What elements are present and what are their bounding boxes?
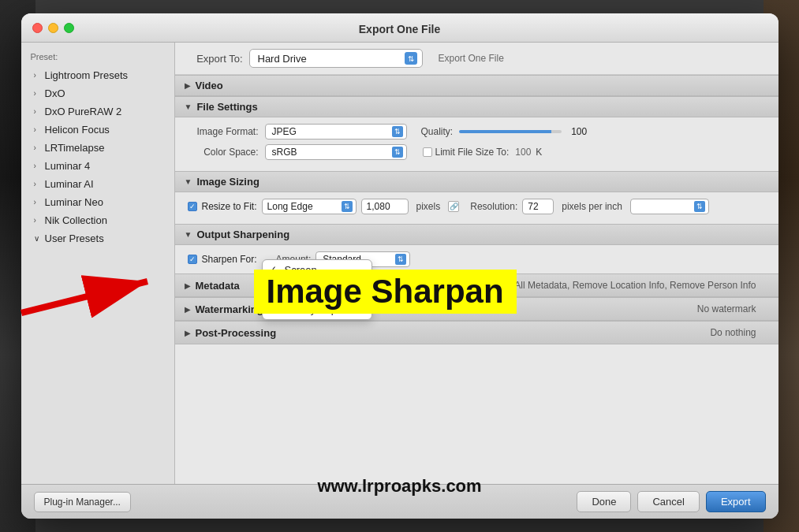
post-processing-header[interactable]: ▶ Post-Processing Do nothing — [175, 321, 778, 344]
limit-value: 100 — [515, 147, 531, 158]
maximize-button[interactable] — [64, 23, 74, 33]
chevron-right-icon: › — [34, 216, 42, 225]
ppi-label: pixels per inch — [562, 201, 622, 212]
metadata-info: All Metadata, Remove Location Info, Remo… — [502, 278, 768, 292]
image-sizing-title: Image Sizing — [196, 176, 259, 188]
post-processing-title: Post-Processing — [196, 327, 277, 339]
limit-file-size-checkbox[interactable]: Limit File Size To: 100 K — [423, 147, 543, 158]
export-one-file-label: Export One File — [439, 53, 504, 64]
sidebar-item-nik-collection[interactable]: › Nik Collection — [21, 211, 174, 229]
resize-row: ✓ Resize to Fit: Long Edge ⇅ 1,080 pixel… — [188, 199, 766, 214]
sidebar-item-label: Nik Collection — [45, 214, 107, 226]
color-space-value: sRGB — [272, 147, 297, 158]
footer-buttons: Done Cancel Export — [577, 491, 765, 512]
image-format-label: Image Format: — [188, 126, 259, 137]
sidebar-item-luminar4[interactable]: › Luminar 4 — [21, 157, 174, 175]
sidebar-item-lrtimelapse[interactable]: › LRTimelapse — [21, 139, 174, 157]
pixels-label: pixels — [416, 201, 441, 212]
title-bar: Export One File — [21, 13, 778, 43]
sidebar-item-luminarai[interactable]: › Luminar AI — [21, 175, 174, 193]
resize-value: Long Edge — [267, 201, 313, 212]
window-controls — [32, 23, 74, 33]
image-sizing-content: ✓ Resize to Fit: Long Edge ⇅ 1,080 pixel… — [175, 192, 778, 224]
output-sharpening-title: Output Sharpening — [196, 229, 289, 240]
sidebar-item-label: Luminar 4 — [45, 160, 91, 172]
resolution-value: 72 — [528, 201, 538, 212]
sidebar-item-helicon[interactable]: › Helicon Focus — [21, 121, 174, 139]
sharpen-label: Sharpen For: — [202, 254, 257, 265]
chevron-down-icon: ∨ — [34, 234, 42, 243]
quality-slider[interactable] — [459, 130, 562, 133]
chevron-right-icon: › — [34, 107, 42, 116]
main-panel: Export To: Hard Drive ⇅ Export One File … — [175, 43, 778, 484]
image-sizing-header[interactable]: ▼ Image Sizing — [175, 171, 778, 192]
post-processing-info: Do nothing — [697, 326, 768, 340]
export-to-select[interactable]: Hard Drive ⇅ — [249, 49, 423, 68]
ppi-select[interactable]: ⇅ — [630, 199, 709, 214]
image-sizing-arrow-icon: ▼ — [185, 177, 192, 186]
chevron-right-icon: › — [34, 198, 42, 206]
sharpen-row: ✓ Sharpen For: Screen Matte Paper Glossy… — [188, 251, 766, 267]
image-format-row: Image Format: JPEG ⇅ Quality: 100 — [188, 124, 766, 140]
width-value: 1,080 — [367, 201, 390, 212]
file-settings-content: Image Format: JPEG ⇅ Quality: 100 Color … — [175, 117, 778, 171]
plugin-manager-button[interactable]: Plug-in Manager... — [34, 492, 131, 512]
video-section-header[interactable]: ▶ Video — [175, 75, 778, 96]
sidebar-item-label: Luminar Neo — [45, 196, 103, 208]
limit-label: Limit File Size To: — [435, 147, 510, 158]
resize-arrow-icon: ⇅ — [342, 201, 353, 212]
sidebar-item-user-presets[interactable]: ∨ User Presets — [21, 229, 174, 247]
resize-label: Resize to Fit: — [202, 201, 257, 212]
sharpan-overlay: Image Sharpan — [254, 270, 517, 314]
dialog-body: Preset: › Lightroom Presets › DxO › DxO … — [21, 43, 778, 484]
sidebar-item-dxo[interactable]: › DxO — [21, 84, 174, 102]
image-format-value: JPEG — [272, 126, 297, 137]
output-sharpening-header[interactable]: ▼ Output Sharpening — [175, 224, 778, 245]
watermarking-info: No watermark — [685, 302, 769, 316]
sidebar-item-label: LRTimelapse — [45, 142, 105, 154]
quality-value: 100 — [571, 126, 591, 137]
resolution-field[interactable]: 72 — [522, 199, 554, 214]
video-section-title: Video — [196, 80, 223, 91]
export-button[interactable]: Export — [706, 491, 766, 512]
amount-arrow-icon: ⇅ — [395, 254, 406, 265]
done-button[interactable]: Done — [577, 491, 631, 512]
sidebar-item-label: Lightroom Presets — [45, 69, 129, 81]
export-dialog: Export One File Preset: › Lightroom Pres… — [21, 13, 778, 519]
color-space-select[interactable]: sRGB ⇅ — [265, 144, 407, 160]
chevron-right-icon: › — [34, 162, 42, 170]
image-format-select[interactable]: JPEG ⇅ — [265, 124, 407, 140]
export-select-value: Hard Drive — [258, 53, 307, 65]
chevron-right-icon: › — [34, 89, 42, 98]
post-processing-arrow-icon: ▶ — [185, 329, 191, 337]
export-to-label: Export To: — [188, 53, 243, 65]
slider-track — [459, 130, 562, 133]
minimize-button[interactable] — [48, 23, 58, 33]
image-format-arrow-icon: ⇅ — [392, 126, 403, 137]
sharpen-checkbox[interactable]: ✓ — [188, 255, 197, 264]
metadata-title: Metadata — [196, 280, 240, 292]
resolution-label: Resolution: — [470, 201, 517, 212]
color-space-row: Color Space: sRGB ⇅ Limit File Size To: … — [188, 144, 766, 160]
file-settings-header[interactable]: ▼ File Settings — [175, 96, 778, 117]
output-sharpening-arrow-icon: ▼ — [185, 230, 192, 239]
sidebar-item-luminarneo[interactable]: › Luminar Neo — [21, 193, 174, 211]
link-icon[interactable]: 🔗 — [448, 201, 459, 212]
sidebar-item-label: Helicon Focus — [45, 124, 110, 136]
resize-select[interactable]: Long Edge ⇅ — [262, 199, 357, 214]
quality-label: Quality: — [421, 126, 454, 137]
close-button[interactable] — [32, 23, 43, 33]
ppi-arrow-icon: ⇅ — [694, 201, 705, 212]
sidebar-item-lightroom[interactable]: › Lightroom Presets — [21, 66, 174, 84]
width-field[interactable]: 1,080 — [361, 199, 409, 214]
watermarking-arrow-icon: ▶ — [185, 305, 191, 314]
sidebar-item-label: DxO — [45, 87, 65, 99]
sidebar: Preset: › Lightroom Presets › DxO › DxO … — [21, 43, 175, 484]
sidebar-item-dxo-pureraw[interactable]: › DxO PureRAW 2 — [21, 102, 174, 121]
cancel-button[interactable]: Cancel — [637, 491, 699, 512]
sidebar-item-label: DxO PureRAW 2 — [45, 106, 122, 117]
dialog-title: Export One File — [359, 23, 440, 35]
file-settings-arrow-icon: ▼ — [185, 102, 192, 111]
resize-checkbox[interactable]: ✓ — [188, 202, 197, 211]
limit-checkbox-input[interactable] — [423, 147, 432, 157]
